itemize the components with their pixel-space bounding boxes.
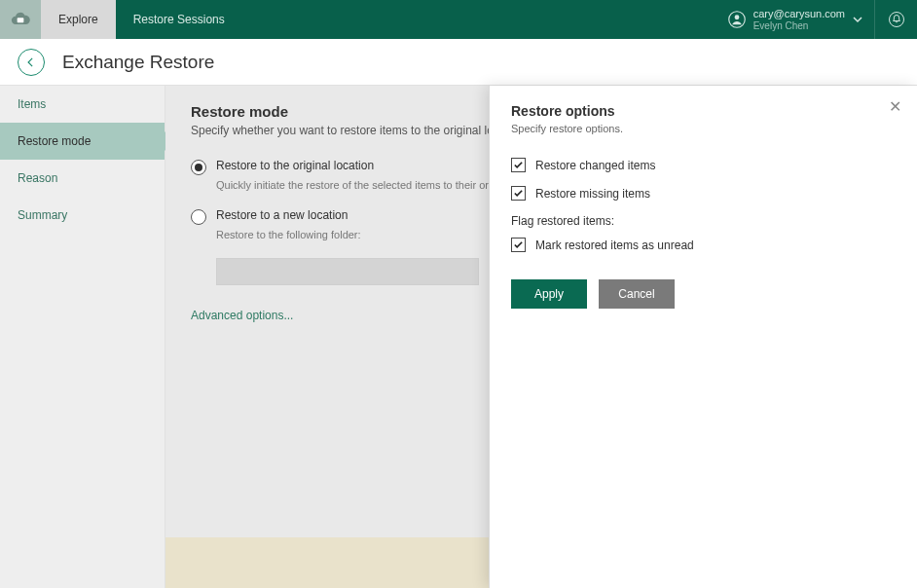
step-label: Summary <box>18 208 67 222</box>
cancel-button[interactable]: Cancel <box>599 279 675 309</box>
top-bar: Explore Restore Sessions cary@carysun.co… <box>0 0 917 39</box>
tab-explore[interactable]: Explore <box>41 0 116 39</box>
title-bar: Exchange Restore <box>0 39 917 86</box>
check-restore-changed[interactable]: Restore changed items <box>511 158 896 172</box>
radio-original[interactable] <box>191 160 206 175</box>
bell-icon <box>888 11 905 28</box>
step-label: Reason <box>18 171 57 185</box>
notifications-button[interactable] <box>874 0 917 39</box>
step-label: Items <box>18 97 46 111</box>
back-button[interactable] <box>18 49 45 76</box>
checkbox-unread[interactable] <box>511 238 526 252</box>
user-column: cary@carysun.com Evelyn Chen <box>753 8 845 30</box>
svg-point-3 <box>889 13 903 27</box>
check-restore-missing[interactable]: Restore missing items <box>511 186 896 201</box>
checkbox-unread-label: Mark restored items as unread <box>535 239 694 252</box>
step-items[interactable]: Items <box>0 86 165 123</box>
arrow-left-icon <box>24 55 38 69</box>
radio-original-label: Restore to the original location <box>216 159 374 172</box>
checkbox-changed[interactable] <box>511 158 526 172</box>
svg-point-2 <box>734 15 739 19</box>
step-label: Restore mode <box>18 134 91 148</box>
app-logo <box>0 0 41 39</box>
flyout-buttons: Apply Cancel <box>511 279 896 309</box>
user-email: cary@carysun.com <box>753 8 845 19</box>
folder-input[interactable] <box>216 258 479 285</box>
cloud-icon <box>11 10 30 29</box>
spacer <box>242 0 716 39</box>
restore-options-panel: ✕ Restore options Specify restore option… <box>489 86 917 588</box>
step-summary[interactable]: Summary <box>0 197 165 234</box>
flyout-title: Restore options <box>511 103 896 119</box>
checkbox-missing-label: Restore missing items <box>535 187 650 201</box>
apply-button[interactable]: Apply <box>511 279 587 309</box>
check-icon <box>513 239 524 250</box>
page-title: Exchange Restore <box>62 52 214 73</box>
svg-rect-0 <box>18 18 24 22</box>
avatar-icon <box>728 11 746 28</box>
check-mark-unread[interactable]: Mark restored items as unread <box>511 238 896 252</box>
tab-label: Restore Sessions <box>133 13 225 26</box>
user-menu[interactable]: cary@carysun.com Evelyn Chen <box>716 0 874 39</box>
chevron-down-icon <box>853 15 862 24</box>
tab-restore-sessions[interactable]: Restore Sessions <box>116 0 242 39</box>
step-restore-mode[interactable]: Restore mode <box>0 123 165 160</box>
radio-new[interactable] <box>191 209 206 225</box>
user-name: Evelyn Chen <box>753 20 845 31</box>
main-layout: Items Restore mode Reason Summary Restor… <box>0 86 917 588</box>
flag-section-label: Flag restored items: <box>511 214 896 228</box>
advanced-options-link[interactable]: Advanced options... <box>191 309 293 322</box>
flyout-subtitle: Specify restore options. <box>511 123 896 134</box>
radio-new-label: Restore to a new location <box>216 208 348 222</box>
checkbox-changed-label: Restore changed items <box>535 159 655 172</box>
wizard-steps: Items Restore mode Reason Summary <box>0 86 165 588</box>
close-icon[interactable]: ✕ <box>889 99 901 115</box>
step-reason[interactable]: Reason <box>0 160 165 197</box>
check-icon <box>513 188 524 199</box>
checkbox-missing[interactable] <box>511 186 526 201</box>
check-icon <box>513 160 524 170</box>
tab-label: Explore <box>58 13 98 26</box>
